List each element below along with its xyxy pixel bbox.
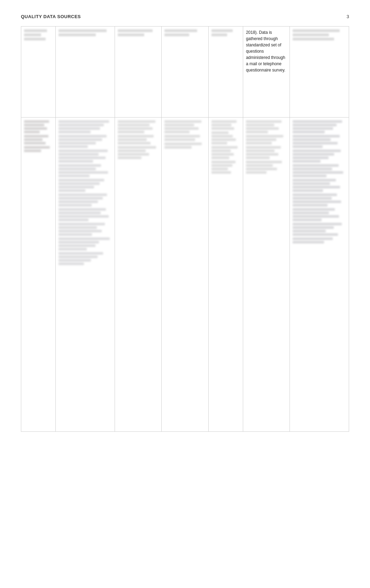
table-cell-top-2 [56,27,115,117]
table-cell-bottom-7 [290,118,349,431]
page-title: QUALITY DATA SOURCES [21,14,81,19]
table-cell-top-7 [290,27,349,117]
table-cell-bottom-3 [115,118,162,431]
table-cell-top-4 [162,27,208,117]
table-bottom-row [21,118,349,431]
table-cell-bottom-6 [243,118,290,431]
data-table: 2018). Data is gathered through standard… [21,26,349,432]
table-cell-bottom-2 [56,118,115,431]
table-cell-top-5 [209,27,243,117]
table-cell-top-1 [21,27,56,117]
table-cell-bottom-5 [209,118,243,431]
page: QUALITY DATA SOURCES 3 [0,0,370,588]
table-top-row: 2018). Data is gathered through standard… [21,27,349,118]
table-cell-top-3 [115,27,162,117]
page-number: 3 [347,14,349,19]
table-cell-bottom-1 [21,118,56,431]
table-cell-top-6-readable: 2018). Data is gathered through standard… [243,27,290,117]
readable-cell-text: 2018). Data is gathered through standard… [246,30,285,73]
page-header: QUALITY DATA SOURCES 3 [21,14,349,19]
table-cell-bottom-4 [162,118,208,431]
